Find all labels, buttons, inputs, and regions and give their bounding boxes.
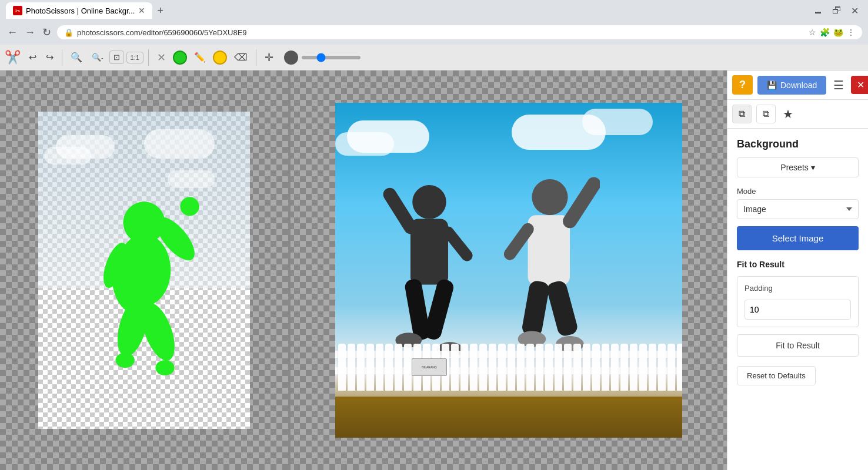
svg-line-20 <box>570 184 594 221</box>
presets-label: Presets ▾ <box>780 163 814 172</box>
sidebar-content: Background Presets ▾ Mode Transparent Co… <box>727 129 868 470</box>
tab-favicon: ✂ <box>13 6 22 15</box>
svg-point-3 <box>180 197 199 216</box>
sidebar-close-button[interactable]: ✕ <box>851 76 868 94</box>
fit-to-result-label: Fit to Result <box>737 260 859 269</box>
select-image-button[interactable]: Select Image <box>737 226 859 250</box>
nav-forward-button[interactable]: → <box>24 25 36 40</box>
toolbar-separator-3 <box>256 49 256 66</box>
eraser-tool-button[interactable]: ⌫ <box>231 49 251 65</box>
person-silhouette <box>85 170 203 417</box>
browser-chrome: ✂ PhotoScissors | Online Backgr... ✕ + 🗕… <box>0 0 868 45</box>
svg-line-13 <box>448 232 467 256</box>
sidebar: ? 💾 Download ☰ ✕ ⧉ ⧉ ★ Background Preset… <box>727 70 868 470</box>
window-close-button[interactable]: ✕ <box>847 4 862 18</box>
fence-sign: DILARANG <box>412 358 447 376</box>
undo-button[interactable]: ↩ <box>25 49 40 65</box>
extension-icon[interactable]: 🧩 <box>820 28 830 37</box>
fit-result-label: Fit to Result <box>776 341 820 350</box>
mode-select[interactable]: Transparent Color Image Blur <box>737 199 859 219</box>
zoom-in-button[interactable]: 🔍 <box>67 49 86 65</box>
brush-preview <box>284 51 298 65</box>
download-label: Download <box>780 80 817 90</box>
svg-line-12 <box>390 194 410 227</box>
mark-keep-button[interactable] <box>173 51 187 65</box>
presets-button[interactable]: Presets ▾ <box>737 157 859 177</box>
svg-rect-22 <box>521 280 550 337</box>
cloud-2 <box>44 147 91 164</box>
svg-point-18 <box>532 179 567 215</box>
download-icon: 💾 <box>767 80 777 90</box>
app-toolbar: ✂️ ↩ ↪ 🔍 🔍- ⊡ 1:1 ✕ ✏️ ⌫ ✛ <box>0 45 868 70</box>
ground <box>335 397 682 438</box>
new-tab-button[interactable]: + <box>157 5 163 17</box>
main-area: // Will be rendered via JS below DILARAN… <box>0 70 868 470</box>
canvas-divider[interactable] <box>288 70 291 470</box>
tab-close-icon[interactable]: ✕ <box>138 6 145 15</box>
svg-point-9 <box>155 360 174 375</box>
address-bar[interactable]: 🔒 photoscissors.com/editor/659690060/5Ye… <box>57 25 862 39</box>
mark-remove-button[interactable] <box>213 51 227 65</box>
browser-titlebar: ✂ PhotoScissors | Online Backgr... ✕ + 🗕… <box>0 0 868 21</box>
sidebar-menu-button[interactable]: ☰ <box>831 76 846 95</box>
move-tool-button[interactable]: ✛ <box>261 49 277 66</box>
fence: // Will be rendered via JS below <box>335 344 682 397</box>
svg-line-21 <box>510 229 528 254</box>
toolbar-separator-2 <box>148 49 149 66</box>
zoom-100-button[interactable]: 1:1 <box>126 52 143 63</box>
address-text: photoscissors.com/editor/659690060/5YeDX… <box>77 28 805 37</box>
cancel-selection-button[interactable]: ✕ <box>153 49 169 66</box>
window-restore-button[interactable]: 🗗 <box>829 4 845 18</box>
right-canvas-panel: // Will be rendered via JS below DILARAN… <box>291 70 727 470</box>
left-canvas-panel <box>0 70 288 470</box>
browser-menu-icon[interactable]: ⋮ <box>847 28 855 37</box>
right-image-container: // Will be rendered via JS below DILARAN… <box>335 103 682 438</box>
star-icon[interactable]: ☆ <box>809 28 816 37</box>
svg-rect-23 <box>546 280 579 338</box>
address-right-icons: ☆ 🧩 🐸 ⋮ <box>809 28 855 37</box>
padding-input[interactable] <box>745 300 851 320</box>
svg-rect-19 <box>528 215 570 285</box>
background-section-title: Background <box>737 138 859 150</box>
photo-cloud-2 <box>335 132 394 156</box>
toolbar-separator-1 <box>62 49 62 66</box>
zoom-out-button[interactable]: 🔍- <box>88 51 107 64</box>
reset-label: Reset to Defaults <box>747 371 806 380</box>
app-logo: ✂️ <box>5 50 21 65</box>
draw-tool-button[interactable]: ✏️ <box>191 49 209 65</box>
window-controls: 🗕 🗗 ✕ <box>810 4 862 18</box>
padding-label: Padding <box>745 284 851 293</box>
browser-tab[interactable]: ✂ PhotoScissors | Online Backgr... ✕ <box>6 2 152 19</box>
browser-addressbar: ← → ↻ 🔒 photoscissors.com/editor/6596900… <box>0 21 868 45</box>
download-button[interactable]: 💾 Download <box>757 76 826 95</box>
sidebar-top-bar: ? 💾 Download ☰ ✕ <box>727 70 868 100</box>
sidebar-tabs: ⧉ ⧉ ★ <box>727 100 868 129</box>
padding-section: Padding <box>737 276 859 327</box>
tab-layers-button[interactable]: ⧉ <box>732 105 752 123</box>
reset-defaults-button[interactable]: Reset to Defaults <box>737 366 816 385</box>
mode-label: Mode <box>737 187 859 196</box>
tab-star-button[interactable]: ★ <box>780 105 796 123</box>
tab-title: PhotoScissors | Online Backgr... <box>26 6 135 15</box>
brush-size-control <box>284 51 360 65</box>
svg-point-8 <box>116 352 135 368</box>
lock-icon: 🔒 <box>64 28 74 37</box>
fit-result-button[interactable]: Fit to Result <box>737 334 859 357</box>
help-button[interactable]: ? <box>732 75 753 95</box>
nav-refresh-button[interactable]: ↻ <box>41 25 52 40</box>
photo-cloud-4 <box>582 109 653 135</box>
canvas-area: // Will be rendered via JS below DILARAN… <box>0 70 727 470</box>
profile-icon[interactable]: 🐸 <box>833 28 843 37</box>
svg-rect-15 <box>423 278 455 341</box>
nav-back-button[interactable]: ← <box>6 25 19 40</box>
redo-button[interactable]: ↪ <box>42 49 57 65</box>
zoom-fit-button[interactable]: ⊡ <box>109 51 124 64</box>
brush-size-slider[interactable] <box>302 56 360 59</box>
select-image-label: Select Image <box>772 233 824 243</box>
svg-point-10 <box>412 185 446 219</box>
cloud-3 <box>144 129 215 159</box>
window-minimize-button[interactable]: 🗕 <box>810 4 826 18</box>
tab-effects-button[interactable]: ⧉ <box>756 105 776 123</box>
left-image-container <box>38 112 250 429</box>
